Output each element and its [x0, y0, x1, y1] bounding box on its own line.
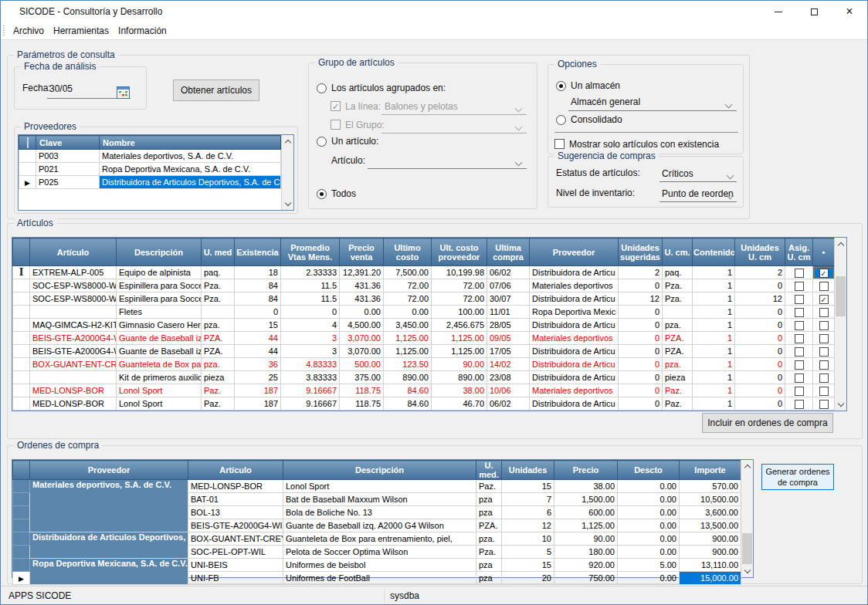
grid-cell[interactable]: 3.83333: [281, 371, 340, 384]
grid-cell[interactable]: 0: [619, 371, 663, 384]
row-selector[interactable]: [13, 292, 30, 306]
grid-cell[interactable]: 4,500.00: [340, 319, 384, 332]
grid-cell[interactable]: pza.: [663, 319, 693, 332]
grid-cell[interactable]: 0: [735, 371, 785, 384]
grid-cell[interactable]: 5.00: [618, 559, 680, 572]
grid-cell[interactable]: pza: [476, 572, 502, 585]
dot-checkbox[interactable]: [819, 321, 829, 330]
grid-cell[interactable]: 06/02: [487, 266, 530, 279]
asig-checkbox[interactable]: [795, 400, 804, 409]
linea-checkbox[interactable]: [331, 101, 341, 111]
grid-cell[interactable]: PZA.: [476, 519, 502, 532]
grid-cell[interactable]: Espinillera para Soccer: [117, 279, 202, 292]
grid-cell[interactable]: 0: [735, 319, 785, 332]
grid-cell[interactable]: Kit de primeros auxilio: [117, 371, 202, 384]
grid-cell[interactable]: Guanteleta de Box para entrenamiento, pi…: [283, 532, 476, 546]
menu-archivo[interactable]: Archivo: [8, 23, 49, 39]
grid-cell[interactable]: 12: [619, 292, 663, 306]
grid-cell[interactable]: 180.00: [554, 546, 618, 559]
grid-cell[interactable]: Paz.: [476, 480, 502, 493]
grid-cell[interactable]: Distribuidora de Articu: [530, 371, 619, 384]
maximize-button[interactable]: [796, 1, 832, 22]
grid-cell[interactable]: 0: [619, 319, 663, 332]
column-header[interactable]: U. med: [202, 238, 235, 266]
grid-cell[interactable]: 1: [693, 292, 735, 306]
asig-cell[interactable]: [785, 384, 813, 397]
grid-cell[interactable]: UNI-FB: [188, 572, 283, 585]
grid-cell[interactable]: 0: [735, 384, 785, 397]
grid-cell[interactable]: 890.00: [432, 371, 487, 384]
grid-cell[interactable]: 375.00: [340, 371, 384, 384]
grid-cell[interactable]: Materiales deportivos: [530, 279, 619, 292]
ordenes-scrollbar[interactable]: [741, 460, 753, 577]
proveedores-scrollbar[interactable]: [281, 135, 293, 210]
grid-cell[interactable]: 0: [735, 358, 785, 371]
grid-cell[interactable]: 0: [281, 306, 340, 319]
column-header-clave[interactable]: Clave: [36, 136, 100, 150]
asig-cell[interactable]: [785, 332, 813, 345]
dot-cell[interactable]: [813, 306, 835, 319]
grid-cell[interactable]: 118.75: [340, 384, 384, 397]
grid-cell[interactable]: Distribuidora de Articu: [530, 345, 619, 358]
articulo-dropdown-chevron-icon[interactable]: [515, 159, 523, 167]
grid-cell[interactable]: 15: [502, 559, 554, 572]
scroll-up-button[interactable]: [835, 238, 846, 250]
grid-cell[interactable]: 10,199.98: [432, 266, 487, 279]
grid-cell[interactable]: 30/07: [487, 292, 530, 306]
grid-cell[interactable]: pza: [476, 559, 502, 572]
grid-cell[interactable]: Gimnasio Casero Herc: [117, 319, 202, 332]
row-selector[interactable]: [13, 345, 30, 358]
radio-todos[interactable]: [317, 189, 327, 199]
asig-cell[interactable]: [785, 319, 813, 332]
close-button[interactable]: ×: [832, 1, 867, 22]
grid-cell[interactable]: 0.00: [618, 572, 680, 585]
grid-cell[interactable]: 84: [235, 279, 281, 292]
scroll-down-button[interactable]: [741, 565, 753, 577]
grid-cell[interactable]: pza.: [202, 358, 235, 371]
grid-cell[interactable]: Pza.: [476, 546, 502, 559]
grid-cell[interactable]: 10/06: [487, 384, 530, 397]
grid-cell[interactable]: SOC-ESP-WS8000-WIL: [30, 279, 117, 292]
radio-agrupados[interactable]: [317, 83, 327, 93]
grid-cell[interactable]: 06/02: [487, 397, 530, 411]
column-header[interactable]: Unidades U. cm: [735, 238, 785, 266]
grid-cell[interactable]: 84.60: [384, 384, 432, 397]
radio-consolidado[interactable]: [556, 115, 566, 125]
row-selector[interactable]: [13, 332, 30, 345]
grid-cell[interactable]: 0: [735, 306, 785, 319]
grid-cell[interactable]: 187: [235, 397, 281, 411]
asig-checkbox[interactable]: [795, 387, 804, 396]
grid-cell[interactable]: 72.00: [384, 279, 432, 292]
row-selector[interactable]: [13, 480, 30, 493]
dot-cell[interactable]: [813, 371, 835, 384]
fecha-value[interactable]: 30/05: [49, 83, 73, 94]
grid-cell[interactable]: 1,125.00: [554, 519, 618, 532]
grid-cell[interactable]: Equipo de alpinista: [117, 266, 202, 279]
incluir-ordenes-button[interactable]: Incluir en ordenes de compra: [702, 413, 833, 433]
generar-ordenes-button[interactable]: Generar ordenes de compra: [761, 464, 834, 490]
linea-dropdown-chevron-icon[interactable]: [515, 105, 523, 113]
grid-cell[interactable]: 12,391.20: [340, 266, 384, 279]
asig-cell[interactable]: [785, 397, 813, 411]
grid-cell[interactable]: 0: [619, 384, 663, 397]
cell-clave[interactable]: P003: [36, 150, 100, 163]
grid-cell[interactable]: 1: [693, 371, 735, 384]
grid-cell[interactable]: 1: [693, 266, 735, 279]
asig-checkbox[interactable]: [795, 295, 804, 304]
row-selector[interactable]: I: [13, 266, 30, 279]
grid-cell[interactable]: 431.36: [340, 279, 384, 292]
grid-cell[interactable]: 11.5: [281, 279, 340, 292]
grid-cell[interactable]: 14/02: [487, 358, 530, 371]
asig-checkbox[interactable]: [795, 282, 804, 291]
grid-cell[interactable]: 0: [619, 345, 663, 358]
dot-cell[interactable]: [813, 266, 835, 279]
grid-cell[interactable]: Pza.: [202, 292, 235, 306]
grid-cell[interactable]: 1: [693, 319, 735, 332]
grid-cell[interactable]: 0.00: [618, 480, 680, 493]
radio-un-articulo[interactable]: [317, 137, 327, 147]
grid-cell[interactable]: 15: [235, 319, 281, 332]
grid-cell[interactable]: 900.00: [680, 546, 741, 559]
grid-cell[interactable]: [663, 306, 693, 319]
grid-cell[interactable]: Bat de Baseball Maxxum Wilson: [283, 493, 476, 506]
grid-cell[interactable]: 20: [502, 572, 554, 585]
